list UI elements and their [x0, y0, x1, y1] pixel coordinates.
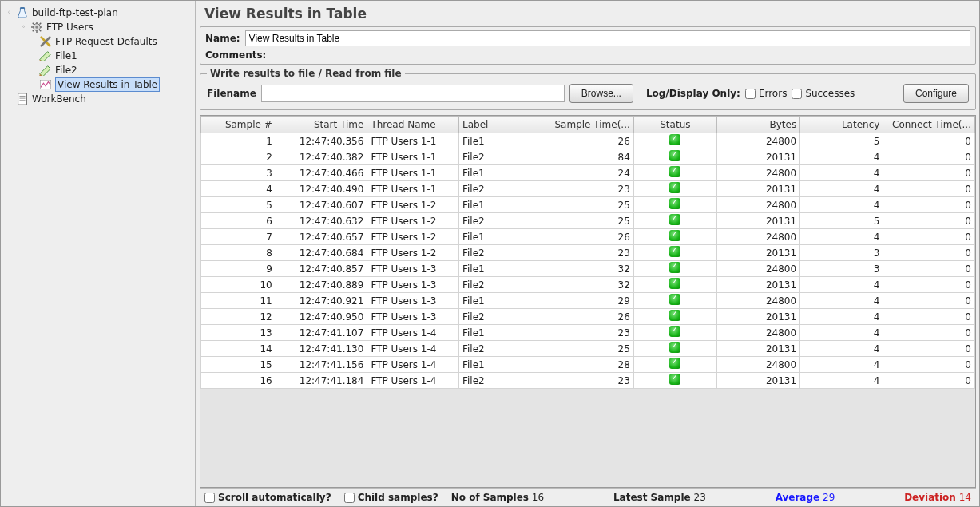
- latest-sample-value: 23: [694, 492, 706, 503]
- table-row[interactable]: 912:47:40.857FTP Users 1-3File1322480030: [201, 261, 975, 277]
- expand-toggle-icon[interactable]: ◦: [20, 24, 27, 31]
- cell-thread: FTP Users 1-2: [367, 197, 459, 213]
- col-sample[interactable]: Sample #: [201, 117, 276, 133]
- table-row[interactable]: 1312:47:41.107FTP Users 1-4File123248004…: [201, 325, 975, 341]
- cell-connect: 0: [883, 357, 975, 373]
- col-sampletime[interactable]: Sample Time(...: [542, 117, 634, 133]
- cell-latency: 4: [800, 181, 883, 197]
- cell-connect: 0: [883, 325, 975, 341]
- scroll-auto-checkbox[interactable]: Scroll automatically?: [204, 492, 331, 503]
- col-connect[interactable]: Connect Time(...: [883, 117, 975, 133]
- cell-start: 12:47:40.490: [276, 181, 367, 197]
- col-bytes[interactable]: Bytes: [716, 117, 799, 133]
- tree-item-file1[interactable]: File1: [6, 49, 192, 63]
- table-row[interactable]: 1612:47:41.184FTP Users 1-4File223201314…: [201, 373, 975, 389]
- tree-label: WorkBench: [32, 93, 86, 105]
- cell-sample: 12: [201, 309, 276, 325]
- expand-toggle-icon[interactable]: ◦: [6, 10, 13, 17]
- cell-thread: FTP Users 1-2: [367, 229, 459, 245]
- successes-checkbox[interactable]: Successes: [792, 88, 855, 99]
- cell-connect: 0: [883, 213, 975, 229]
- cell-sample: 6: [201, 213, 276, 229]
- table-row[interactable]: 512:47:40.607FTP Users 1-2File1252480040: [201, 197, 975, 213]
- tree-item-file2[interactable]: File2: [6, 63, 192, 77]
- col-start[interactable]: Start Time: [276, 117, 367, 133]
- cell-sample: 5: [201, 197, 276, 213]
- cell-connect: 0: [883, 277, 975, 293]
- svg-rect-13: [40, 80, 51, 89]
- cell-label: File1: [458, 133, 542, 149]
- svg-point-2: [35, 26, 38, 29]
- svg-line-9: [33, 30, 34, 32]
- cell-latency: 4: [800, 373, 883, 389]
- cell-status: [633, 165, 716, 181]
- col-status[interactable]: Status: [633, 117, 716, 133]
- filename-input[interactable]: [261, 85, 565, 102]
- errors-checkbox-input[interactable]: [745, 89, 756, 99]
- deviation-label: Deviation: [904, 492, 956, 503]
- success-icon: [669, 134, 680, 145]
- latest-sample-label: Latest Sample: [613, 492, 691, 503]
- cell-bytes: 24800: [716, 357, 799, 373]
- cell-start: 12:47:41.107: [276, 325, 367, 341]
- configure-button[interactable]: Configure: [903, 84, 969, 103]
- errors-checkbox[interactable]: Errors: [745, 88, 788, 99]
- success-icon: [669, 262, 680, 273]
- no-samples-stat: No of Samples 16: [451, 492, 544, 503]
- col-label[interactable]: Label: [458, 117, 542, 133]
- cell-label: File1: [458, 357, 542, 373]
- table-row[interactable]: 1112:47:40.921FTP Users 1-3File129248004…: [201, 293, 975, 309]
- success-icon: [669, 214, 680, 225]
- cell-sampletime: 25: [542, 341, 634, 357]
- col-thread[interactable]: Thread Name: [367, 117, 459, 133]
- cell-thread: FTP Users 1-3: [367, 261, 459, 277]
- cell-connect: 0: [883, 181, 975, 197]
- tree-item-defaults[interactable]: FTP Request Defaults: [6, 34, 192, 49]
- latest-sample-stat: Latest Sample 23: [613, 492, 706, 503]
- cell-thread: FTP Users 1-1: [367, 181, 459, 197]
- success-icon: [669, 246, 680, 257]
- table-row[interactable]: 112:47:40.356FTP Users 1-1File1262480050: [201, 133, 975, 149]
- tree-item-thread-group[interactable]: ◦ FTP Users: [6, 20, 192, 34]
- tree-item-workbench[interactable]: ◦ WorkBench: [6, 92, 192, 106]
- tree-item-test-plan[interactable]: ◦ build-ftp-test-plan: [6, 6, 192, 20]
- table-row[interactable]: 1212:47:40.950FTP Users 1-3File226201314…: [201, 309, 975, 325]
- table-row[interactable]: 212:47:40.382FTP Users 1-1File2842013140: [201, 149, 975, 165]
- col-latency[interactable]: Latency: [800, 117, 883, 133]
- cell-start: 12:47:40.950: [276, 309, 367, 325]
- cell-bytes: 20131: [716, 309, 799, 325]
- cell-bytes: 24800: [716, 261, 799, 277]
- cell-start: 12:47:40.857: [276, 261, 367, 277]
- cell-thread: FTP Users 1-4: [367, 325, 459, 341]
- table-row[interactable]: 812:47:40.684FTP Users 1-2File2232013130: [201, 245, 975, 261]
- table-row[interactable]: 1412:47:41.130FTP Users 1-4File225201314…: [201, 341, 975, 357]
- child-samples-checkbox[interactable]: Child samples?: [344, 492, 438, 503]
- footer-bar: Scroll automatically? Child samples? No …: [200, 488, 976, 505]
- table-row[interactable]: 412:47:40.490FTP Users 1-1File2232013140: [201, 181, 975, 197]
- cell-start: 12:47:40.607: [276, 197, 367, 213]
- workbench-icon: [16, 93, 29, 105]
- cell-sampletime: 26: [542, 309, 634, 325]
- table-row[interactable]: 312:47:40.466FTP Users 1-1File1242480040: [201, 165, 975, 181]
- table-row[interactable]: 1012:47:40.889FTP Users 1-3File232201314…: [201, 277, 975, 293]
- cell-bytes: 20131: [716, 149, 799, 165]
- scroll-auto-checkbox-input[interactable]: [204, 493, 215, 503]
- table-row[interactable]: 612:47:40.632FTP Users 1-2File2252013150: [201, 213, 975, 229]
- successes-checkbox-label: Successes: [805, 88, 855, 99]
- name-input[interactable]: [245, 30, 970, 46]
- tree-item-listener[interactable]: View Results in Table: [6, 77, 192, 92]
- browse-button[interactable]: Browse...: [569, 84, 633, 103]
- tree-label: File2: [55, 64, 77, 77]
- cell-connect: 0: [883, 293, 975, 309]
- scroll-auto-label: Scroll automatically?: [218, 492, 331, 503]
- child-samples-checkbox-input[interactable]: [344, 493, 355, 503]
- cell-connect: 0: [883, 133, 975, 149]
- results-table-wrap: Sample # Start Time Thread Name Label Sa…: [200, 115, 976, 488]
- successes-checkbox-input[interactable]: [792, 89, 802, 99]
- table-row[interactable]: 1512:47:41.156FTP Users 1-4File128248004…: [201, 357, 975, 373]
- cell-sampletime: 28: [542, 357, 634, 373]
- cell-sampletime: 23: [542, 325, 634, 341]
- table-row[interactable]: 712:47:40.657FTP Users 1-2File1262480040: [201, 229, 975, 245]
- cell-thread: FTP Users 1-4: [367, 357, 459, 373]
- cell-thread: FTP Users 1-4: [367, 373, 459, 389]
